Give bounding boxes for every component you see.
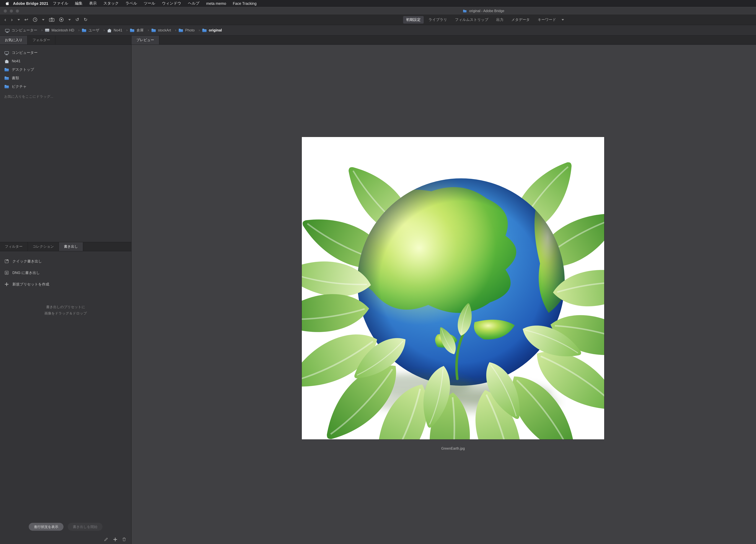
export-item[interactable]: 新規プリセットを作成 [0, 279, 131, 290]
forward-button[interactable]: › [11, 17, 13, 22]
sidebar-item-label: No41 [12, 59, 20, 63]
breadcrumb-item[interactable]: stockArt [151, 28, 176, 32]
recent-files-chevron-icon[interactable] [42, 19, 44, 20]
preview-panel: プレビュー [132, 36, 756, 544]
export-panel: フィルターコレクション書き出し クイック書き出し DNG に書き出し [0, 242, 131, 544]
tab-label: フォルダー [33, 38, 50, 42]
favorites-drop-hint: お気に入りをここにドラッグ... [0, 92, 131, 101]
workspace-tab[interactable]: キーワード [535, 16, 559, 23]
zoom-window-button[interactable] [16, 9, 19, 13]
sidebar-item-label: コンピューター [12, 50, 38, 55]
left-sidebar: お気に入りフォルダー コンピューター No41 [0, 36, 132, 544]
refine-chevron-icon[interactable] [68, 19, 71, 20]
tab[interactable]: フォルダー [28, 36, 55, 44]
workspace-tab[interactable]: 初期設定 [403, 16, 424, 23]
workspace-more-chevron-icon[interactable] [562, 19, 564, 20]
breadcrumb-item[interactable]: Macintosh HD [45, 28, 80, 32]
tab[interactable]: 書き出し [59, 242, 83, 251]
menu-app-name[interactable]: Adobe Bridge 2021 [13, 1, 48, 6]
close-window-button[interactable] [4, 9, 7, 13]
minimize-window-button[interactable] [10, 9, 13, 13]
workspace-tab[interactable]: フィルムストリップ [452, 16, 491, 23]
breadcrumb-item[interactable]: 倉庫 [130, 28, 149, 33]
crumb-icon [45, 29, 50, 32]
tab[interactable]: フィルター [0, 242, 28, 251]
sidebar-item[interactable]: デスクトップ [0, 65, 131, 74]
preview-image[interactable] [302, 137, 604, 439]
rotate-right-icon[interactable]: ↻ [84, 17, 88, 22]
tab-preview[interactable]: プレビュー [132, 36, 159, 44]
tab-label: お気に入り [5, 38, 23, 42]
stage: Adobe Bridge 2021 ファイル編集表示スタックラベルツールウィンド… [0, 0, 756, 544]
macos-menu-bar: Adobe Bridge 2021 ファイル編集表示スタックラベルツールウィンド… [0, 0, 756, 7]
menu-item[interactable]: スタック [100, 1, 122, 6]
export-tabbar: フィルターコレクション書き出し [0, 242, 131, 251]
add-preset-icon[interactable] [113, 537, 117, 541]
delete-preset-icon[interactable] [122, 537, 126, 541]
start-export-button[interactable]: 書き出しを開始 [68, 523, 103, 531]
nav-history-chevron-icon[interactable] [17, 19, 20, 20]
crumb-label: stockArt [158, 28, 171, 32]
tab[interactable]: お気に入り [0, 36, 28, 44]
menu-items: ファイル編集表示スタックラベルツールウィンドウヘルプmeta memoFace … [49, 1, 260, 6]
workspace-tab[interactable]: 出力 [493, 16, 507, 23]
crumb-icon [130, 28, 135, 32]
menu-item[interactable]: ツール [140, 1, 159, 6]
menu-item[interactable]: Face Tracking [230, 1, 260, 6]
export-item[interactable]: クイック書き出し [0, 256, 131, 267]
sidebar-item-icon [4, 51, 9, 54]
workspace-tab[interactable]: メタデータ [508, 16, 533, 23]
breadcrumb-item[interactable]: No41 [107, 28, 128, 32]
breadcrumb: コンピューター Macintosh HD ユーザ No41 [5, 28, 228, 33]
recent-files-clock-icon[interactable] [33, 17, 37, 22]
refine-aperture-icon[interactable] [59, 17, 64, 22]
crumb-icon [107, 28, 112, 32]
export-item-icon [4, 259, 9, 263]
apple-menu-icon[interactable] [5, 1, 9, 6]
breadcrumb-item[interactable]: ユーザ [82, 28, 105, 33]
breadcrumb-item[interactable]: Photo [178, 28, 200, 32]
rotate-left-icon[interactable]: ↺ [75, 17, 79, 22]
sidebar-item[interactable]: 書類 [0, 74, 131, 82]
camera-import-icon[interactable] [49, 18, 54, 22]
menu-item[interactable]: ヘルプ [185, 1, 203, 6]
sidebar-item[interactable]: ピクチャ [0, 82, 131, 91]
export-drop-hint: 書き出しのプリセットに 画像をドラッグ＆ドロップ [0, 304, 131, 316]
back-button[interactable]: ‹ [4, 17, 6, 22]
sidebar-item-icon [4, 59, 9, 63]
tab-label: 書き出し [64, 244, 78, 249]
crumb-label: 倉庫 [137, 28, 144, 33]
show-progress-button[interactable]: 進行状況を表示 [29, 523, 64, 531]
boomerang-icon[interactable]: ↩ [24, 17, 28, 22]
sidebar-item[interactable]: No41 [0, 57, 131, 65]
menu-item[interactable]: ファイル [49, 1, 72, 6]
export-preset-list: クイック書き出し DNG に書き出し 新規プリセットを作成 [0, 251, 131, 290]
window-title-text: original - Adobe Bridge [469, 9, 504, 13]
menu-item[interactable]: 表示 [86, 1, 100, 6]
export-item-label: クイック書き出し [12, 259, 42, 264]
window-title: original - Adobe Bridge [463, 9, 504, 13]
crumb-label: Macintosh HD [51, 28, 74, 32]
sidebar-item-icon [4, 76, 9, 80]
breadcrumb-item[interactable]: コンピューター [5, 28, 43, 33]
workspace-tab[interactable]: ライブラリ [425, 16, 450, 23]
sidebar-item-label: 書類 [12, 75, 19, 81]
tab-label: プレビュー [136, 38, 154, 42]
export-item-icon [4, 271, 9, 275]
sidebar-item[interactable]: コンピューター [0, 48, 131, 57]
export-item[interactable]: DNG に書き出し [0, 267, 131, 279]
breadcrumb-item[interactable]: original [202, 28, 226, 32]
crumb-icon [151, 28, 156, 32]
crumb-label: コンピューター [11, 28, 37, 33]
crumb-icon [202, 28, 207, 32]
crumb-label: No41 [114, 28, 122, 32]
sidebar-item-label: デスクトップ [12, 67, 34, 72]
menu-item[interactable]: 編集 [72, 1, 86, 6]
menu-item[interactable]: ラベル [122, 1, 140, 6]
menu-item[interactable]: ウィンドウ [159, 1, 185, 6]
screen: Adobe Bridge 2021 ファイル編集表示スタックラベルツールウィンド… [0, 0, 756, 544]
crumb-label: original [209, 28, 222, 32]
menu-item[interactable]: meta memo [203, 1, 230, 6]
edit-preset-pencil-icon[interactable] [104, 537, 108, 541]
tab[interactable]: コレクション [28, 242, 59, 251]
